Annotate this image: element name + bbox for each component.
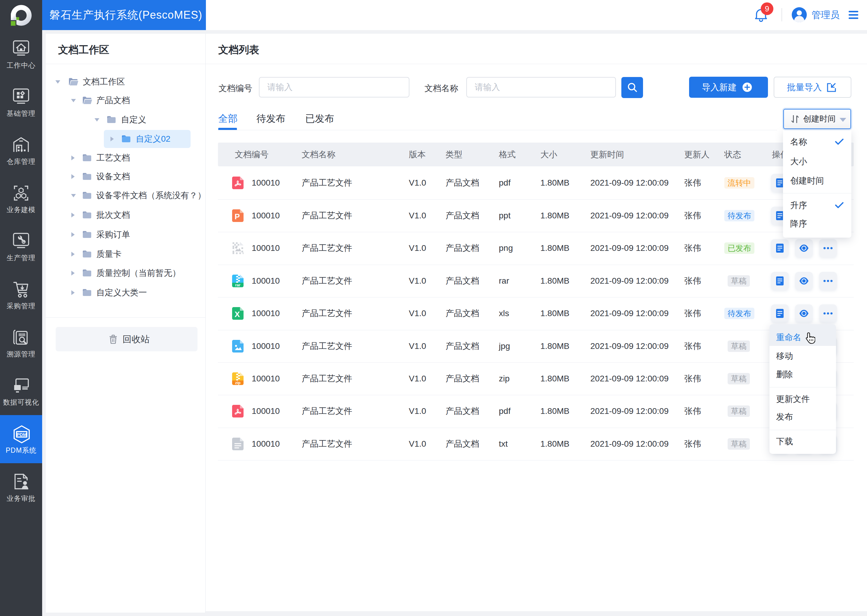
svg-text:PDM: PDM bbox=[17, 432, 27, 437]
svg-text:rar: rar bbox=[235, 283, 240, 287]
svg-text:X: X bbox=[235, 310, 240, 319]
svg-text:zip: zip bbox=[235, 380, 241, 385]
svg-text:P: P bbox=[235, 212, 240, 221]
